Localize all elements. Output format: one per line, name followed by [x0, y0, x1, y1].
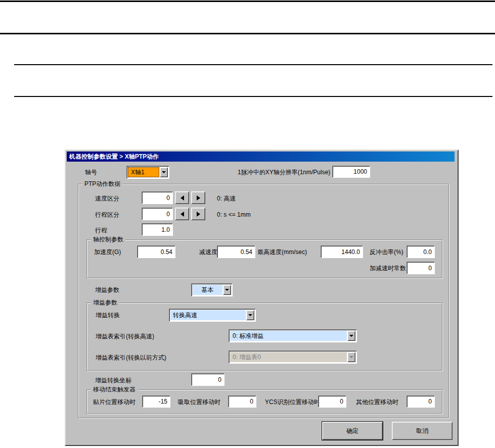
anti-shock-input[interactable]: 0.0 — [407, 245, 435, 258]
move-end-other-input[interactable]: 0 — [407, 395, 435, 408]
stroke-class-label: 行程区分 — [95, 211, 119, 218]
axis-number-dropdown-button[interactable] — [160, 167, 168, 177]
move-end-group-title: 移动结束触发器 — [91, 386, 138, 393]
anti-shock-label: 反冲击率(%) — [370, 248, 403, 256]
move-end-place-label: 贴片位置移动时 — [93, 399, 136, 406]
decel-input[interactable]: 0.54 — [217, 245, 255, 258]
gain-switch-coord-input[interactable]: 0 — [191, 373, 224, 386]
gain-group-title: 增益参数 — [91, 299, 119, 306]
gain-switch-value: 转换高速 — [170, 310, 246, 320]
arrow-right-icon — [197, 212, 200, 217]
chevron-down-icon — [225, 289, 229, 291]
chevron-down-icon — [162, 171, 166, 173]
move-end-group: 移动结束触发器 贴片位置移动时 -15 吸取位置移动时 0 YCS识别位置移动时… — [86, 389, 442, 414]
accel-label: 加速度(G) — [94, 248, 121, 256]
stroke-label: 行程 — [95, 227, 107, 234]
dialog-window: 机器控制参数设置 > X轴PTP动作 轴号 X轴1 1脉冲中的XY轴分辨率(1n… — [65, 150, 459, 446]
move-end-pickup-label: 吸取位置移动时 — [178, 399, 220, 406]
speed-class-increment-button[interactable] — [191, 191, 205, 204]
axis-number-combo[interactable]: X轴1 — [126, 166, 169, 179]
gain-param-label: 增益参数 — [95, 286, 119, 293]
arrow-left-icon — [181, 212, 184, 217]
max-speed-input[interactable]: 1440.0 — [321, 245, 363, 258]
gain-switch-label: 增益转换 — [96, 312, 120, 319]
title-bar: 机器控制参数设置 > X轴PTP动作 — [67, 152, 455, 162]
gain-param-dropdown-button[interactable] — [223, 285, 231, 295]
stroke-class-decrement-button[interactable] — [175, 208, 189, 220]
arrow-left-icon — [181, 195, 184, 201]
page-rule-top-thick-2 — [0, 33, 495, 34]
move-end-other-label: 其他位置移动时 — [356, 399, 398, 406]
accel-time-const-label: 加减速时常数 — [370, 265, 406, 272]
max-speed-label: 最高速度(mm/sec) — [257, 248, 307, 256]
stroke-class-hint: 0: s <= 1mm — [217, 211, 251, 218]
resolution-label: 1脉冲中的XY轴分辨率(1nm/Pulse) — [238, 169, 330, 176]
ok-button[interactable]: 确定 — [322, 422, 383, 440]
gain-table-old-label: 增益表索引(转换以前方式) — [96, 354, 166, 361]
gain-table-old-combo: 0: 增益表0 — [229, 351, 357, 364]
page-rule-top-thick-1 — [0, 1, 495, 2]
gain-switch-dropdown-button[interactable] — [246, 310, 254, 320]
gain-table-high-value: 0: 标准增益 — [230, 331, 347, 341]
gain-table-high-label: 增益表索引(转换高速) — [96, 333, 154, 340]
speed-class-input[interactable]: 0 — [142, 191, 173, 204]
speed-class-label: 速度区分 — [95, 195, 119, 202]
gain-switch-coord-label: 增益转换坐标 — [95, 377, 131, 384]
gain-table-old-dropdown-button — [347, 352, 355, 362]
axis-control-group: 轴控制参数 加速度(G) 0.54 减速度(G) 0.54 最高速度(mm/se… — [86, 239, 442, 278]
gain-group: 增益参数 增益转换 转换高速 增益表索引(转换高速) 0: 标准增益 增益表索引… — [86, 303, 442, 371]
arrow-right-icon — [197, 195, 200, 201]
stroke-class-increment-button[interactable] — [191, 208, 205, 220]
stroke-class-input[interactable]: 0 — [142, 208, 173, 220]
gain-param-combo[interactable]: 基本 — [191, 283, 233, 296]
accel-input[interactable]: 0.54 — [137, 245, 175, 258]
speed-class-decrement-button[interactable] — [175, 191, 189, 204]
gain-table-old-value: 0: 增益表0 — [230, 352, 347, 362]
gain-switch-combo[interactable]: 转换高速 — [169, 309, 256, 322]
gain-table-high-dropdown-button[interactable] — [347, 331, 355, 341]
axis-control-group-title: 轴控制参数 — [91, 236, 125, 243]
move-end-place-input[interactable]: -15 — [142, 395, 170, 408]
accel-time-const-input[interactable]: 0 — [407, 262, 435, 274]
dialog-title: 机器控制参数设置 > X轴PTP动作 — [69, 153, 159, 160]
page-rule-thin-2 — [14, 96, 492, 97]
chevron-down-icon — [248, 314, 252, 316]
move-end-pickup-input[interactable]: 0 — [228, 395, 256, 408]
move-end-ycs-label: YCS识别位置移动时 — [265, 399, 320, 406]
cancel-button[interactable]: 取消 — [392, 422, 453, 440]
ptp-group: PTP动作数据 速度区分 0 0: 高速 行程区分 0 0: s <= 1mm … — [78, 184, 449, 418]
chevron-down-icon — [349, 356, 353, 358]
page-rule-thin-1 — [14, 64, 492, 65]
chevron-down-icon — [349, 335, 353, 337]
stroke-input[interactable]: 1.0 — [142, 223, 173, 236]
speed-class-hint: 0: 高速 — [217, 195, 236, 202]
move-end-ycs-input[interactable]: 0 — [318, 395, 346, 408]
ptp-group-title: PTP动作数据 — [82, 180, 122, 187]
axis-number-value: X轴1 — [128, 167, 159, 177]
gain-param-value: 基本 — [193, 285, 222, 295]
axis-number-label: 轴号 — [85, 169, 97, 176]
gain-table-high-combo[interactable]: 0: 标准增益 — [229, 329, 357, 342]
resolution-input[interactable]: 1000 — [332, 166, 370, 178]
